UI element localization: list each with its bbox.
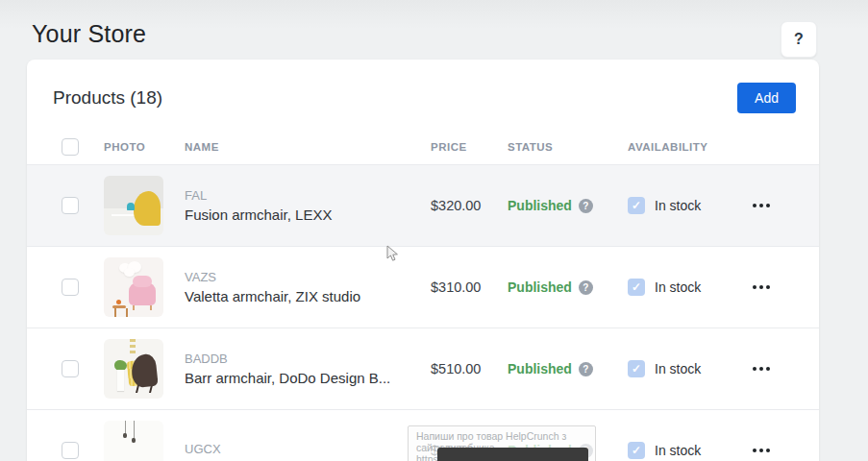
product-price: $320.00 — [431, 198, 508, 213]
product-photo[interactable] — [104, 339, 163, 399]
add-product-button[interactable]: Add — [737, 83, 796, 113]
table-header-row: PHOTO NAME PRICE STATUS AVAILABILITY — [27, 129, 819, 165]
select-all-checkbox[interactable] — [62, 138, 79, 156]
product-price: $510.00 — [431, 361, 508, 376]
product-availability: ✓ In stock — [628, 442, 753, 459]
more-options-icon[interactable] — [753, 441, 819, 460]
column-header-availability: AVAILABILITY — [628, 141, 753, 153]
product-price: $310.00 — [431, 279, 508, 295]
in-stock-label: In stock — [655, 361, 701, 376]
products-panel: Products (18) Add PHOTO NAME PRICE STATU… — [27, 60, 819, 461]
status-published-label: Published — [508, 279, 572, 295]
in-stock-checkbox[interactable]: ✓ — [628, 279, 645, 296]
page-title: Your Store — [32, 20, 146, 48]
product-name-cell: BADDB Barr armchair, DoDo Design B... — [185, 352, 431, 386]
product-status: Published ? — [508, 279, 628, 295]
product-name-cell: FAL Fusion armchair, LEXX — [185, 188, 431, 223]
more-options-icon[interactable] — [753, 359, 819, 378]
product-availability: ✓ In stock — [628, 279, 753, 296]
status-published-label: Published — [508, 361, 572, 376]
product-name: Fusion armchair, LEXX — [185, 206, 431, 223]
in-stock-checkbox[interactable]: ✓ — [628, 197, 645, 214]
product-name-cell: VAZS Valetta armchair, ZIX studio — [185, 270, 431, 304]
row-checkbox[interactable] — [62, 442, 79, 459]
product-availability: ✓ In stock — [628, 197, 753, 214]
more-options-icon[interactable] — [753, 196, 819, 215]
in-stock-label: In stock — [655, 279, 701, 295]
product-status: Published ? — [508, 198, 628, 213]
help-button[interactable]: ? — [781, 21, 817, 58]
row-checkbox[interactable] — [62, 279, 79, 296]
status-help-icon[interactable]: ? — [579, 199, 593, 213]
column-header-status: STATUS — [508, 141, 628, 153]
product-sku: VAZS — [185, 270, 431, 284]
in-stock-label: In stock — [655, 198, 701, 213]
column-header-photo: PHOTO — [104, 141, 185, 153]
product-name-cell: UGCX — [185, 442, 431, 460]
product-availability: ✓ In stock — [628, 360, 753, 377]
page-header: Your Store ? — [0, 0, 868, 60]
product-sku: FAL — [185, 188, 431, 203]
products-panel-header: Products (18) Add — [27, 60, 819, 129]
mouse-cursor-icon — [386, 245, 399, 262]
product-status: Published ? — [508, 361, 628, 376]
window-preview-bar — [437, 448, 588, 461]
table-row: FAL Fusion armchair, LEXX $320.00 Publis… — [27, 165, 819, 247]
status-published-label: Published — [508, 198, 572, 213]
status-help-icon[interactable]: ? — [579, 280, 593, 295]
column-header-name: NAME — [185, 141, 431, 153]
product-sku: BADDB — [185, 352, 431, 366]
table-row: VAZS Valetta armchair, ZIX studio $310.0… — [27, 247, 819, 328]
product-photo[interactable] — [104, 176, 163, 235]
in-stock-checkbox[interactable]: ✓ — [628, 442, 645, 459]
status-help-icon[interactable]: ? — [579, 362, 593, 376]
product-name: Valetta armchair, ZIX studio — [185, 288, 431, 304]
row-checkbox[interactable] — [62, 197, 79, 214]
column-header-price: PRICE — [431, 141, 508, 153]
more-options-icon[interactable] — [753, 278, 819, 297]
products-count-title: Products (18) — [53, 87, 162, 109]
product-sku: UGCX — [185, 442, 431, 456]
in-stock-checkbox[interactable]: ✓ — [628, 360, 645, 377]
product-photo[interactable] — [104, 421, 163, 461]
product-photo[interactable] — [104, 257, 163, 317]
in-stock-label: In stock — [655, 443, 701, 458]
product-name: Barr armchair, DoDo Design B... — [185, 370, 431, 386]
row-checkbox[interactable] — [62, 360, 79, 377]
table-row: BADDB Barr armchair, DoDo Design B... $5… — [27, 328, 819, 410]
